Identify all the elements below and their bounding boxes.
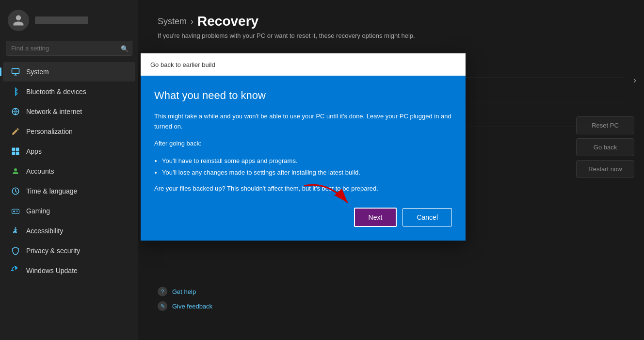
username-bar bbox=[35, 16, 88, 24]
accessibility-icon bbox=[11, 226, 20, 236]
search-input[interactable] bbox=[6, 41, 132, 56]
svg-rect-5 bbox=[16, 152, 19, 155]
update-icon bbox=[11, 266, 20, 275]
sidebar-item-label-apps: Apps bbox=[26, 147, 42, 155]
sidebar-item-accounts[interactable]: Accounts bbox=[3, 162, 135, 181]
sidebar-item-label-system: System bbox=[26, 68, 49, 76]
network-icon bbox=[11, 107, 20, 116]
bluetooth-icon bbox=[11, 87, 20, 97]
accounts-icon bbox=[11, 166, 20, 176]
sidebar-item-personalization[interactable]: Personalization bbox=[3, 122, 135, 141]
sidebar-item-label-time: Time & language bbox=[26, 187, 77, 195]
sidebar-item-time[interactable]: Time & language bbox=[3, 181, 135, 201]
dialog-bullet1: You'll have to reinstall some apps and p… bbox=[162, 155, 452, 166]
user-profile bbox=[0, 5, 138, 39]
dialog-list: You'll have to reinstall some apps and p… bbox=[162, 155, 452, 178]
personalization-icon bbox=[11, 127, 20, 136]
sidebar-item-bluetooth[interactable]: Bluetooth & devices bbox=[3, 82, 135, 101]
dialog-overlay: Go back to earlier build What you need t… bbox=[138, 0, 644, 340]
privacy-icon bbox=[11, 246, 20, 256]
sidebar-item-label-personalization: Personalization bbox=[26, 128, 73, 135]
dialog-after-going-back: After going back: bbox=[154, 139, 452, 149]
user-icon bbox=[12, 14, 25, 27]
sidebar-item-label-gaming: Gaming bbox=[26, 207, 50, 215]
dialog-title: What you need to know bbox=[154, 89, 452, 102]
nav-container: System Bluetooth & devices Network & int… bbox=[0, 62, 138, 281]
sidebar: 🔍 System Bluetooth & devices Network & i… bbox=[0, 0, 138, 340]
svg-rect-0 bbox=[12, 68, 19, 74]
sidebar-item-label-bluetooth: Bluetooth & devices bbox=[26, 88, 86, 96]
sidebar-item-label-privacy: Privacy & security bbox=[26, 247, 80, 255]
svg-rect-2 bbox=[12, 148, 16, 151]
svg-point-10 bbox=[15, 227, 16, 229]
next-button[interactable]: Next bbox=[354, 208, 397, 227]
gaming-icon bbox=[11, 206, 20, 216]
main-content: System › Recovery If you're having probl… bbox=[138, 0, 644, 340]
dialog: Go back to earlier build What you need t… bbox=[141, 53, 466, 241]
system-icon bbox=[11, 67, 20, 77]
dialog-body: What you need to know This might take a … bbox=[141, 76, 466, 241]
sidebar-item-network[interactable]: Network & internet bbox=[3, 102, 135, 121]
dialog-actions: Next Cancel bbox=[154, 208, 452, 227]
sidebar-item-label-network: Network & internet bbox=[26, 108, 82, 115]
sidebar-item-label-accessibility: Accessibility bbox=[26, 227, 63, 235]
svg-point-6 bbox=[14, 168, 17, 171]
dialog-header: Go back to earlier build bbox=[141, 53, 466, 76]
arrow-annotation bbox=[299, 181, 357, 212]
time-icon bbox=[11, 186, 20, 196]
svg-rect-4 bbox=[12, 152, 16, 155]
dialog-bullet2: You'll lose any changes made to settings… bbox=[162, 167, 452, 178]
sidebar-item-apps[interactable]: Apps bbox=[3, 142, 135, 161]
avatar bbox=[8, 10, 29, 31]
sidebar-item-label-update: Windows Update bbox=[26, 267, 78, 275]
search-box[interactable]: 🔍 bbox=[6, 41, 132, 56]
sidebar-item-update[interactable]: Windows Update bbox=[3, 261, 135, 280]
sidebar-item-privacy[interactable]: Privacy & security bbox=[3, 241, 135, 260]
dialog-header-title: Go back to earlier build bbox=[150, 61, 215, 68]
sidebar-item-accessibility[interactable]: Accessibility bbox=[3, 221, 135, 241]
apps-icon bbox=[11, 146, 20, 156]
sidebar-item-label-accounts: Accounts bbox=[26, 167, 54, 175]
cancel-button[interactable]: Cancel bbox=[402, 208, 452, 227]
search-icon: 🔍 bbox=[121, 45, 129, 52]
svg-rect-3 bbox=[16, 148, 19, 151]
sidebar-item-gaming[interactable]: Gaming bbox=[3, 201, 135, 221]
svg-point-9 bbox=[16, 211, 17, 212]
sidebar-item-system[interactable]: System bbox=[3, 62, 135, 81]
dialog-para1: This might take a while and you won't be… bbox=[154, 112, 452, 132]
